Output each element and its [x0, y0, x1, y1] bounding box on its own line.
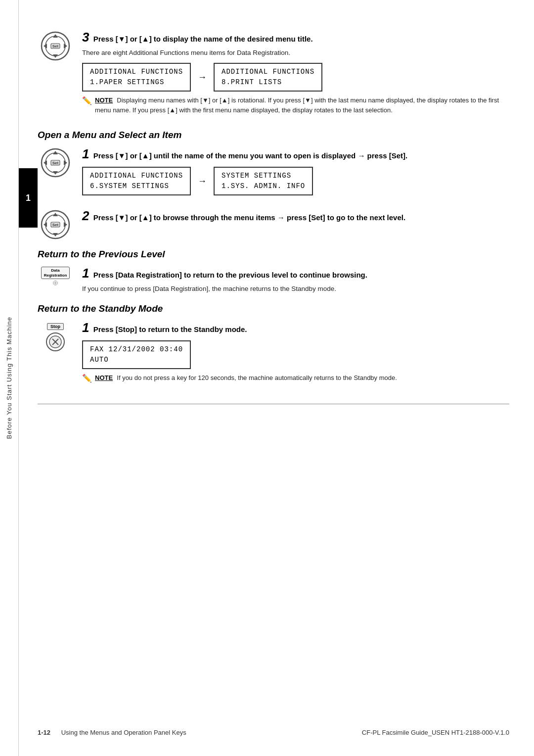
set-button-icon-1a: Set [40, 147, 71, 178]
step-1b-heading: Press [Data Registration] to return to t… [93, 271, 367, 279]
step-1c-content: 1 Press [Stop] to return to the Standby … [82, 320, 509, 389]
chapter-tab: 1 [19, 168, 38, 228]
lcd-box-1a: ADDITIONAL FUNCTIONS 6.SYSTEM SETTINGS [82, 167, 191, 195]
step-2a-block: Set 2 Press [▼] or [▲] to browse through… [38, 208, 509, 240]
step-3-content: 3 Press [▼] or [▲] to display the name o… [82, 30, 509, 121]
lcd-standby-line1: FAX 12/31/2002 03:40 [90, 344, 183, 355]
step-1a-heading: Press [▼] or [▲] until the name of the m… [93, 151, 408, 160]
note-2-text: If you do not press a key for 120 second… [117, 374, 397, 381]
footer-left: 1-12 Using the Menus and Operation Panel… [38, 729, 186, 736]
data-reg-button: Data Registration [41, 267, 70, 279]
data-reg-symbol [51, 281, 60, 285]
sidebar: Before You Start Using This Machine [0, 0, 19, 756]
section-1-heading: Open a Menu and Select an Item [38, 130, 509, 141]
step-1a-content: 1 Press [▼] or [▲] until the name of the… [82, 146, 509, 199]
step-1b-content: 1 Press [Data Registration] to return to… [82, 266, 509, 294]
svg-marker-14 [44, 160, 47, 165]
note-1-text-wrapper: NOTE Displaying menu names with [▼] or [… [95, 95, 509, 115]
page-divider [38, 404, 509, 404]
step-1a-number: 1 [82, 146, 89, 161]
data-registration-icon: Data Registration [38, 267, 73, 285]
footer-description: Using the Menus and Operation Panel Keys [61, 729, 186, 736]
step-1b-block: Data Registration 1 Press [Data Registra… [38, 266, 509, 294]
step-1a-block: Set 1 Press [▼] or [▲] until the name of… [38, 146, 509, 199]
svg-text:Set: Set [52, 44, 59, 48]
step-3-heading: Press [▼] or [▲] to display the name of … [93, 35, 313, 43]
step-3-number: 3 [82, 30, 89, 45]
step-1c-block: Stop 1 Press [Stop] to return to the Sta… [38, 320, 509, 389]
footer-doc-id: CF-PL Facsimile Guide_USEN HT1-2188-000-… [362, 729, 509, 736]
svg-marker-15 [64, 160, 67, 165]
note-1-text: Displaying menu names with [▼] or [▲] is… [95, 96, 499, 114]
note-1-block: ✏️ NOTE Displaying menu names with [▼] o… [82, 95, 509, 115]
lcd-box-1b: SYSTEM SETTINGS 1.SYS. ADMIN. INFO [214, 167, 313, 195]
svg-marker-13 [53, 171, 58, 175]
step-1b-sub: If you continue to press [Data Registrat… [82, 284, 509, 294]
data-reg-label1: Data [44, 268, 67, 273]
svg-marker-7 [64, 44, 67, 48]
step-2a-number: 2 [82, 208, 89, 223]
stop-label: Stop [47, 323, 64, 330]
lcd-box-3a: ADDITIONAL FUNCTIONS 1.PAPER SETTINGS [82, 63, 191, 92]
lcd-row-standby: FAX 12/31/2002 03:40 AUTO [82, 340, 509, 369]
svg-marker-21 [53, 233, 58, 236]
step-3-block: Set 3 Press [▼] or [▲] to display the na… [38, 30, 509, 121]
chapter-number: 1 [26, 193, 31, 203]
note-2-text-wrapper: NOTE If you do not press a key for 120 s… [95, 373, 397, 383]
svg-marker-4 [53, 34, 58, 38]
svg-marker-23 [64, 222, 67, 227]
stop-circle-icon [45, 332, 65, 352]
step-2a-heading: Press [▼] or [▲] to browse through the m… [93, 213, 405, 222]
note-2-icon: ✏️ [82, 374, 92, 383]
lcd-3a-line2: 1.PAPER SETTINGS [90, 77, 183, 88]
lcd-arrow-1a: → [198, 176, 207, 187]
step-1c-number: 1 [82, 320, 89, 335]
footer-page-number: 1-12 [38, 729, 50, 736]
lcd-1a-line2: 6.SYSTEM SETTINGS [90, 181, 183, 191]
svg-text:Set: Set [52, 223, 59, 227]
step-1b-icon: Data Registration [38, 266, 73, 285]
lcd-1b-line2: 1.SYS. ADMIN. INFO [222, 181, 305, 191]
svg-marker-6 [44, 44, 47, 48]
svg-text:Set: Set [52, 161, 59, 165]
page-footer: 1-12 Using the Menus and Operation Panel… [38, 729, 509, 736]
lcd-3b-line2: 8.PRINT LISTS [222, 77, 314, 88]
svg-marker-12 [53, 151, 58, 154]
section-2-heading: Return to the Previous Level [38, 249, 509, 260]
footer-spacer [52, 729, 59, 736]
lcd-box-3b: ADDITIONAL FUNCTIONS 8.PRINT LISTS [214, 63, 322, 92]
sidebar-label: Before You Start Using This Machine [5, 317, 13, 439]
lcd-row-3: ADDITIONAL FUNCTIONS 1.PAPER SETTINGS → … [82, 63, 509, 92]
svg-marker-5 [53, 54, 58, 58]
note-2-label: NOTE [95, 374, 113, 381]
note-1-icon: ✏️ [82, 96, 92, 105]
step-3-sub: There are eight Additional Functions men… [82, 48, 509, 58]
step-1c-heading: Press [Stop] to return to the Standby mo… [93, 325, 247, 333]
step-2a-icon: Set [38, 208, 73, 240]
data-reg-label2: Registration [44, 273, 67, 278]
step-2a-content: 2 Press [▼] or [▲] to browse through the… [82, 208, 509, 224]
main-content: Set 3 Press [▼] or [▲] to display the na… [38, 30, 509, 707]
lcd-3b-line1: ADDITIONAL FUNCTIONS [222, 67, 314, 77]
lcd-3a-line1: ADDITIONAL FUNCTIONS [90, 67, 183, 77]
lcd-1a-line1: ADDITIONAL FUNCTIONS [90, 171, 183, 181]
lcd-arrow-3: → [198, 72, 207, 83]
lcd-row-1a: ADDITIONAL FUNCTIONS 6.SYSTEM SETTINGS →… [82, 167, 509, 195]
lcd-1b-line1: SYSTEM SETTINGS [222, 171, 305, 181]
step-1c-icon: Stop [38, 320, 73, 353]
svg-marker-22 [44, 222, 47, 227]
step-1b-number: 1 [82, 266, 89, 281]
step-3-icon: Set [38, 30, 73, 61]
lcd-standby-line2: AUTO [90, 355, 183, 365]
note-1-label: NOTE [95, 96, 113, 104]
section-3-heading: Return to the Standby Mode [38, 303, 509, 314]
stop-button-icon: Stop [40, 321, 71, 353]
set-button-icon: Set [40, 31, 71, 61]
svg-marker-20 [53, 213, 58, 216]
step-1a-icon: Set [38, 146, 73, 178]
lcd-box-standby: FAX 12/31/2002 03:40 AUTO [82, 340, 191, 369]
note-2-block: ✏️ NOTE If you do not press a key for 12… [82, 373, 509, 383]
set-button-icon-2a: Set [40, 209, 71, 240]
